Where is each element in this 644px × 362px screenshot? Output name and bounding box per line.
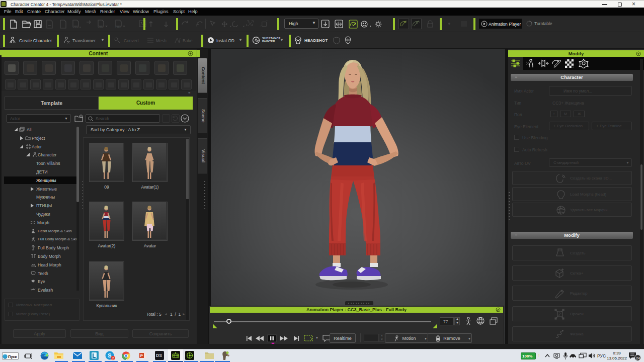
svg-text:OBJ: OBJ [98,25,104,28]
svg-text:FBX: FBX [115,25,121,28]
svg-text:P: P [140,353,143,358]
svg-text:2: 2 [112,356,114,360]
svg-text:USD: USD [72,25,79,28]
